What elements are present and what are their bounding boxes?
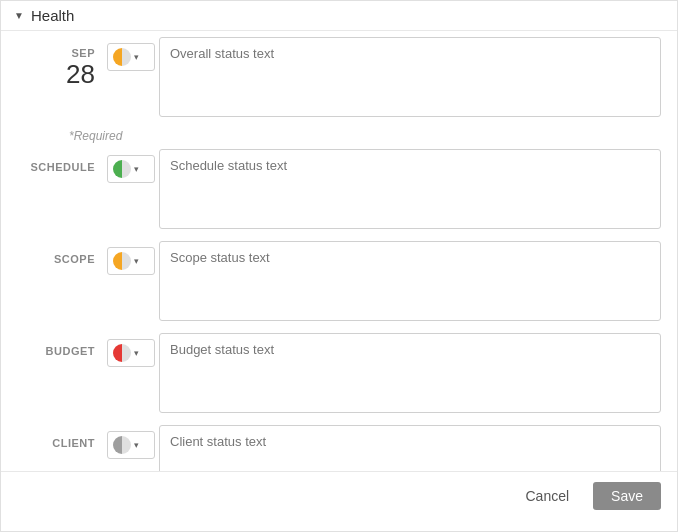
row-overall: SEP 28 ▾ bbox=[17, 37, 661, 121]
textarea-client[interactable] bbox=[159, 425, 661, 471]
status-dropdown-overall[interactable]: ▾ bbox=[107, 43, 155, 71]
label-text-budget: BUDGET bbox=[46, 345, 95, 357]
dropdown-arrow-scope: ▾ bbox=[134, 257, 139, 266]
row-schedule: SCHEDULE ▾ bbox=[17, 149, 661, 233]
day-label: 28 bbox=[17, 60, 95, 89]
textarea-container-schedule bbox=[159, 149, 661, 233]
textarea-budget[interactable] bbox=[159, 333, 661, 413]
panel-title: Health bbox=[31, 7, 74, 24]
collapse-icon[interactable]: ▼ bbox=[13, 10, 25, 22]
textarea-container-budget bbox=[159, 333, 661, 417]
status-indicator-client bbox=[113, 436, 131, 454]
status-dropdown-scope[interactable]: ▾ bbox=[107, 247, 155, 275]
label-budget: BUDGET bbox=[17, 333, 107, 359]
status-dropdown-client[interactable]: ▾ bbox=[107, 431, 155, 459]
dropdown-arrow-schedule: ▾ bbox=[134, 165, 139, 174]
label-text-scope: SCOPE bbox=[54, 253, 95, 265]
textarea-schedule[interactable] bbox=[159, 149, 661, 229]
save-button[interactable]: Save bbox=[593, 482, 661, 510]
label-text-client: CLIENT bbox=[52, 437, 95, 449]
status-dropdown-budget-container: ▾ bbox=[107, 333, 159, 367]
textarea-container-overall bbox=[159, 37, 661, 121]
status-dropdown-scope-container: ▾ bbox=[107, 241, 159, 275]
status-indicator-overall bbox=[113, 48, 131, 66]
label-schedule: SCHEDULE bbox=[17, 149, 107, 175]
dropdown-arrow-overall: ▾ bbox=[134, 53, 139, 62]
footer: Cancel Save bbox=[1, 471, 677, 519]
status-indicator-schedule bbox=[113, 160, 131, 178]
label-client: CLIENT bbox=[17, 425, 107, 451]
textarea-container-scope bbox=[159, 241, 661, 325]
dropdown-arrow-budget: ▾ bbox=[134, 349, 139, 358]
status-dropdown-schedule-container: ▾ bbox=[107, 149, 159, 183]
cancel-button[interactable]: Cancel bbox=[511, 482, 583, 510]
content-area: SEP 28 ▾ *Required SCHEDULE ▾ bbox=[1, 31, 677, 471]
textarea-overall[interactable] bbox=[159, 37, 661, 117]
status-indicator-budget bbox=[113, 344, 131, 362]
label-overall: SEP 28 bbox=[17, 37, 107, 89]
label-text-schedule: SCHEDULE bbox=[30, 161, 95, 173]
status-dropdown-client-container: ▾ bbox=[107, 425, 159, 459]
status-dropdown-schedule[interactable]: ▾ bbox=[107, 155, 155, 183]
status-dropdown-budget[interactable]: ▾ bbox=[107, 339, 155, 367]
required-label: *Required bbox=[17, 129, 661, 143]
row-client: CLIENT ▾ bbox=[17, 425, 661, 471]
status-dropdown-overall-container: ▾ bbox=[107, 37, 159, 71]
panel-header: ▼ Health bbox=[1, 1, 677, 31]
status-indicator-scope bbox=[113, 252, 131, 270]
dropdown-arrow-client: ▾ bbox=[134, 441, 139, 450]
row-scope: SCOPE ▾ bbox=[17, 241, 661, 325]
label-scope: SCOPE bbox=[17, 241, 107, 267]
row-budget: BUDGET ▾ bbox=[17, 333, 661, 417]
textarea-scope[interactable] bbox=[159, 241, 661, 321]
textarea-container-client bbox=[159, 425, 661, 471]
